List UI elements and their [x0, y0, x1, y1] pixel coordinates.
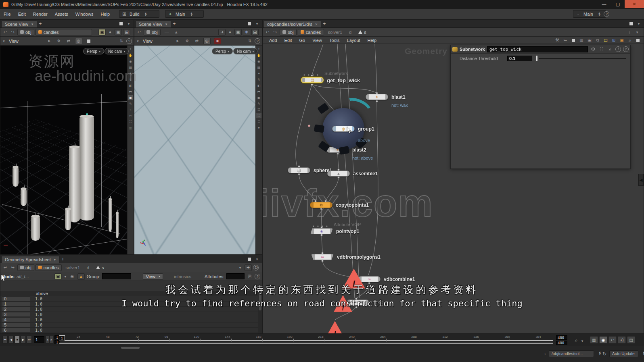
- node-pick-menu-icon[interactable]: [64, 273, 67, 280]
- vp-tool-icon[interactable]: ✎: [128, 101, 133, 106]
- mid-nocam-pill[interactable]: No cam: [233, 48, 257, 54]
- vp-tool-icon[interactable]: ◫: [128, 125, 133, 130]
- layout-grid-icon[interactable]: [123, 29, 130, 35]
- node-shape[interactable]: ◈: [310, 228, 333, 234]
- arrow-icon[interactable]: ➜: [245, 264, 252, 271]
- record-icon[interactable]: ■: [214, 38, 221, 44]
- orange-box-icon[interactable]: [619, 37, 625, 44]
- path-extra[interactable]: —: [162, 29, 172, 35]
- new-tab-button[interactable]: [60, 256, 66, 262]
- vp-tool-icon[interactable]: ☷: [128, 119, 133, 124]
- right-main-selector[interactable]: ≡ Main: [573, 10, 606, 18]
- move-tool-icon[interactable]: ✥: [184, 38, 190, 44]
- lock-icon[interactable]: ◉: [69, 273, 75, 280]
- maximize-button[interactable]: ▢: [611, 0, 625, 8]
- pane-menu-icon[interactable]: [125, 21, 132, 27]
- vp-tool-icon[interactable]: ✋: [128, 53, 133, 58]
- path-forward-icon[interactable]: [10, 264, 16, 271]
- path-forward-icon[interactable]: [272, 29, 278, 35]
- mid-scene-view-tab[interactable]: Scene View: [136, 21, 171, 27]
- path-menu-icon[interactable]: [634, 29, 640, 35]
- path-obj-chip[interactable]: obj: [17, 264, 34, 271]
- vp-tool-icon[interactable]: ▣: [256, 95, 261, 100]
- mid-persp-pill[interactable]: Persp: [212, 48, 233, 54]
- vp-tool-icon[interactable]: ✂: [128, 113, 133, 118]
- path-candles-chip[interactable]: candles: [298, 29, 324, 35]
- path-back-icon[interactable]: [136, 29, 142, 35]
- node-get-top-wick[interactable]: Subnetwork ▤ get_top_wick: [301, 77, 406, 93]
- node-pointvop1[interactable]: Attribute VOP ◈ pointvop1: [310, 228, 415, 244]
- left-scene-view-tab[interactable]: Scene View: [2, 21, 37, 27]
- view-label[interactable]: View: [143, 39, 153, 44]
- move-tool-icon[interactable]: ✥: [56, 38, 62, 44]
- current-frame-marker[interactable]: 1: [59, 335, 65, 341]
- path-candles-chip[interactable]: candles: [36, 29, 92, 35]
- menu-help[interactable]: Help: [97, 12, 113, 17]
- pane-menu-icon[interactable]: [254, 21, 260, 27]
- vp-tool-icon[interactable]: ✋: [256, 53, 261, 58]
- path-d-chip[interactable]: d: [346, 29, 354, 35]
- mid-3d-viewport[interactable]: [134, 46, 255, 254]
- loop-icon[interactable]: ↩: [608, 336, 617, 343]
- pin-icon[interactable]: [626, 29, 633, 35]
- vp-tool-icon[interactable]: ◉: [128, 59, 133, 64]
- sheet-help-icon[interactable]: [255, 274, 260, 279]
- viewport-help-icon[interactable]: [126, 38, 132, 44]
- vp-tool-icon[interactable]: ▼: [256, 125, 261, 130]
- shapes-icon[interactable]: ⧉: [594, 37, 601, 44]
- node-shape[interactable]: ∞: [358, 276, 381, 282]
- path-back-icon[interactable]: [2, 264, 8, 271]
- node-vdbfrompolygons1[interactable]: ∞ vdbfrompolygons1: [311, 254, 416, 270]
- group-input[interactable]: [102, 273, 131, 279]
- play-button[interactable]: ▶: [21, 336, 26, 343]
- realtime-toggle-icon[interactable]: ◉: [599, 336, 607, 343]
- pane-maximize-icon[interactable]: [628, 21, 634, 27]
- path-spinner[interactable]: [598, 351, 601, 355]
- table-row[interactable]: 51.0: [0, 322, 258, 328]
- close-button[interactable]: ✕: [625, 0, 644, 8]
- stop-button[interactable]: ■: [15, 336, 20, 343]
- flipbook-icon[interactable]: ▦: [590, 336, 598, 343]
- pane-menu-icon[interactable]: [254, 256, 260, 262]
- view-tool-icon[interactable]: ◎: [75, 38, 82, 44]
- view-label[interactable]: View: [9, 39, 19, 44]
- net-menu-go[interactable]: Go: [296, 38, 309, 43]
- net-menu-help[interactable]: Help: [364, 38, 380, 43]
- h-scrollbar-thumb[interactable]: [121, 347, 140, 349]
- path-back-icon[interactable]: [2, 29, 8, 35]
- node-field-value[interactable]: att_t...: [17, 274, 29, 279]
- pane-collapse-arrow[interactable]: ◀: [638, 174, 644, 186]
- path-d-chip[interactable]: d: [84, 264, 92, 271]
- node-shape[interactable]: ✴: [366, 94, 388, 100]
- path-solver-chip[interactable]: solver1: [325, 29, 345, 35]
- menu-windows[interactable]: Windows: [72, 12, 97, 17]
- node-name-field[interactable]: get_top_wick: [487, 46, 588, 52]
- update-mode-selector[interactable]: Auto Update: [609, 350, 638, 357]
- desktop-spinner[interactable]: [144, 12, 147, 16]
- minimize-button[interactable]: —: [597, 0, 611, 8]
- select-tool-icon[interactable]: ➤: [174, 38, 181, 44]
- net-menu-layout[interactable]: Layout: [344, 38, 364, 43]
- shelf-spinner[interactable]: [190, 12, 193, 16]
- magnifier-icon[interactable]: [607, 46, 613, 52]
- shelf-selector[interactable]: Main: [165, 10, 204, 18]
- node-pick-icon[interactable]: ▣: [54, 273, 62, 280]
- find-icon[interactable]: [627, 37, 633, 44]
- vp-tool-icon[interactable]: ↯: [256, 77, 261, 82]
- new-tab-button[interactable]: [171, 21, 178, 27]
- tab-dropdown-icon[interactable]: [165, 21, 168, 27]
- vp-tool-icon[interactable]: ▣: [128, 95, 133, 100]
- status-path-field[interactable]: /obj/candles/sol...: [549, 350, 594, 357]
- table-row[interactable]: 61.0: [0, 328, 258, 333]
- vp-tool-icon[interactable]: ⬒: [256, 89, 261, 94]
- menu-render[interactable]: Render: [29, 12, 51, 17]
- prev-frame-button[interactable]: ◀: [8, 336, 14, 343]
- jump-end-button[interactable]: ⏭: [27, 336, 32, 343]
- path-menu-icon[interactable]: [237, 264, 243, 271]
- menu-edit[interactable]: Edit: [15, 12, 29, 17]
- recook-icon[interactable]: [601, 351, 608, 357]
- camera-icon[interactable]: [115, 29, 122, 35]
- update-mode-spinner[interactable]: [642, 351, 644, 355]
- wrench-icon[interactable]: [554, 37, 560, 44]
- net-menu-add[interactable]: Add: [266, 38, 280, 43]
